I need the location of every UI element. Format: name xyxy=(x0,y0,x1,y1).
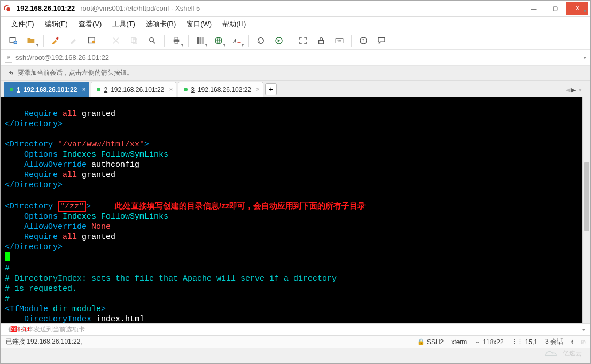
find-icon[interactable] xyxy=(145,33,160,48)
term-text: Indexes FollowSymLinks xyxy=(63,150,168,159)
reconnect-icon[interactable] xyxy=(108,33,123,48)
new-tab-button[interactable]: + xyxy=(265,83,277,95)
svg-rect-11 xyxy=(175,42,178,44)
session-hint-bar: 要添加当前会话，点击左侧的箭头按钮。 xyxy=(1,66,590,81)
address-url[interactable]: ssh://root@192.168.26.101:22 xyxy=(15,53,580,61)
toolbar: A ? ▾ xyxy=(1,32,590,50)
tab-scroll-arrows[interactable]: ◀▶▾ xyxy=(566,87,587,97)
status-dot-icon xyxy=(184,88,188,91)
cursor xyxy=(5,252,10,261)
fullscreen-icon[interactable] xyxy=(296,33,310,48)
help-icon[interactable]: ? xyxy=(356,33,371,48)
status-bar: 已连接 192.168.26.101:22。 🔒SSH2 xterm ↔118x… xyxy=(1,335,590,348)
tab-number: 1 xyxy=(17,86,20,94)
term-text: AllowOverride xyxy=(5,160,91,169)
svg-rect-19 xyxy=(336,38,343,43)
menu-view[interactable]: 查看(V) xyxy=(74,17,106,31)
term-text: all xyxy=(63,110,77,119)
status-sessions: 3 会话 xyxy=(545,337,563,346)
term-text: > xyxy=(101,305,106,314)
new-tab-icon[interactable] xyxy=(6,33,21,48)
lock-icon[interactable] xyxy=(314,33,329,48)
open-folder-icon[interactable] xyxy=(24,33,39,48)
status-caps: ⎚ xyxy=(581,338,585,346)
term-text: # DirectoryIndex: sets the file that Apa… xyxy=(5,274,337,283)
resize-icon: ↔ xyxy=(475,339,480,345)
terminal-panel: Require all granted </Directory> <Direct… xyxy=(1,97,590,323)
menu-window[interactable]: 窗口(W) xyxy=(182,17,216,31)
compose-dropdown[interactable]: ▾ xyxy=(582,327,585,332)
svg-text:?: ? xyxy=(362,38,365,43)
menu-help[interactable]: 帮助(H) xyxy=(218,17,250,31)
term-text: Require xyxy=(5,171,63,180)
title-host: 192.168.26.101:22 xyxy=(17,4,75,12)
hint-text: 要添加当前会话，点击左侧的箭头按钮。 xyxy=(18,68,133,78)
status-size: ↔118x22 xyxy=(475,338,503,346)
term-text: AllowOverride xyxy=(5,222,91,231)
term-text: Options xyxy=(5,150,63,159)
addr-back-button[interactable]: ⎘ xyxy=(5,53,12,63)
term-text: </Directory> xyxy=(5,181,63,190)
refresh-icon[interactable] xyxy=(253,33,268,48)
menu-tools[interactable]: 工具(T) xyxy=(108,17,139,31)
term-text: Options xyxy=(5,212,63,221)
term-text: > xyxy=(144,140,149,149)
tab-close-icon[interactable]: × xyxy=(256,86,260,92)
title-bar: 192.168.26.101:22 root@vms001:/etc/httpd… xyxy=(1,1,590,17)
term-text: granted xyxy=(77,233,115,242)
svg-text:A: A xyxy=(232,37,237,45)
tab-number: 2 xyxy=(104,86,107,94)
maximize-button[interactable]: ▢ xyxy=(545,2,566,15)
svg-point-8 xyxy=(150,38,154,42)
print-icon[interactable] xyxy=(169,33,184,48)
term-text: dir_module xyxy=(53,305,101,314)
term-text: DirectoryIndex xyxy=(5,315,96,323)
highlighted-path: "/zz" xyxy=(58,201,86,212)
tab-label: 192.168.26.101:22 xyxy=(24,86,77,94)
tab-close-icon[interactable]: × xyxy=(82,86,85,92)
refresh-green-icon[interactable] xyxy=(271,33,286,48)
tab-1[interactable]: 1 192.168.26.101:22 × xyxy=(4,82,89,97)
menu-tabs[interactable]: 选项卡(B) xyxy=(142,17,180,31)
term-text: Require xyxy=(5,233,63,242)
svg-rect-10 xyxy=(175,37,178,40)
addr-dropdown[interactable]: ▾ xyxy=(584,55,586,60)
columns-icon[interactable] xyxy=(193,33,208,48)
term-text: granted xyxy=(77,110,115,119)
scrollbar[interactable] xyxy=(582,97,590,323)
status-conn: 已连接 192.168.26.101:22。 xyxy=(6,337,87,346)
tab-strip: 1 192.168.26.101:22 × 2 192.168.26.101:2… xyxy=(1,81,590,97)
svg-rect-18 xyxy=(319,40,324,44)
status-proto: 🔒SSH2 xyxy=(417,338,444,346)
scrollbar-thumb[interactable] xyxy=(584,162,589,231)
keyboard-icon[interactable] xyxy=(332,33,347,48)
minimize-button[interactable]: — xyxy=(523,2,545,15)
tab-close-icon[interactable]: × xyxy=(169,86,173,92)
tab-label: 192.168.26.101:22 xyxy=(111,86,164,94)
copy-icon[interactable] xyxy=(127,33,142,48)
menu-edit[interactable]: 编辑(E) xyxy=(41,17,72,31)
hint-arrow-icon[interactable] xyxy=(7,69,14,77)
figure-label: 图1-34 xyxy=(10,324,30,334)
menu-bar: 文件(F) 编辑(E) 查看(V) 工具(T) 选项卡(B) 窗口(W) 帮助(… xyxy=(1,17,590,32)
tab-2[interactable]: 2 192.168.26.101:22 × xyxy=(91,82,176,97)
chat-icon[interactable] xyxy=(374,33,389,48)
brush-icon[interactable] xyxy=(66,33,81,48)
ruler-icon: ⋮⋮ xyxy=(511,338,523,345)
status-updown[interactable]: ▲▼ xyxy=(571,339,574,345)
svg-point-0 xyxy=(6,7,10,11)
props-icon[interactable] xyxy=(84,33,99,48)
svg-rect-7 xyxy=(133,39,137,44)
globe-icon[interactable] xyxy=(211,33,226,48)
font-icon[interactable]: A xyxy=(229,33,244,48)
menu-file[interactable]: 文件(F) xyxy=(7,17,38,31)
term-text: # is requested. xyxy=(5,284,77,293)
terminal[interactable]: Require all granted </Directory> <Direct… xyxy=(1,97,590,323)
term-text: <Directory xyxy=(5,140,58,149)
toolbar-overflow[interactable]: ▾ xyxy=(584,8,586,14)
term-text: Indexes FollowSymLinks xyxy=(63,212,168,221)
tab-3[interactable]: 3 192.168.26.102:22 × xyxy=(178,82,263,97)
address-bar: ⎘ ssh://root@192.168.26.101:22 ▾ xyxy=(1,50,590,66)
term-text: > xyxy=(86,202,91,211)
highlighter-icon[interactable] xyxy=(48,33,63,48)
